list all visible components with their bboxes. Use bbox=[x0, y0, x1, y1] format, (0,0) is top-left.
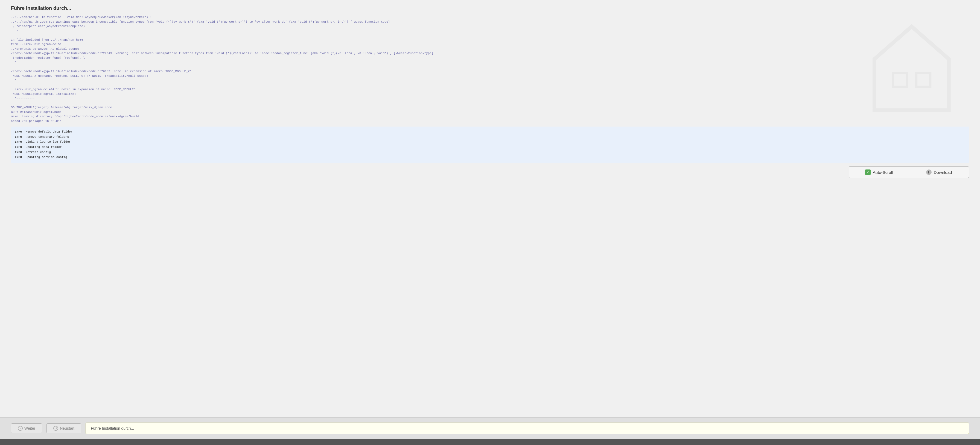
neustart-label: Neustart bbox=[60, 426, 75, 431]
weiter-label: Weiter bbox=[24, 426, 35, 431]
list-item: INFO: Updating service config bbox=[15, 155, 965, 160]
footer-bar bbox=[0, 439, 980, 445]
info-log-section: INFO: Remove default data folderINFO: Re… bbox=[11, 127, 969, 163]
list-item: INFO: Remove temporary folders bbox=[15, 135, 965, 140]
log-output: ../../nan/nan.h: In function 'void Nan::… bbox=[11, 15, 969, 123]
neustart-button[interactable]: ↺ Neustart bbox=[46, 423, 81, 433]
status-box: Führe Installation durch... bbox=[86, 423, 969, 434]
autoscroll-checkbox-icon: ✓ bbox=[865, 170, 870, 175]
autoscroll-label: Auto-Scroll bbox=[873, 170, 893, 175]
autoscroll-button[interactable]: ✓ Auto-Scroll bbox=[849, 167, 909, 178]
page-title: Führe Installation durch... bbox=[11, 5, 969, 11]
download-button[interactable]: ⬇ Download bbox=[909, 167, 969, 178]
status-text: Führe Installation durch... bbox=[91, 426, 134, 431]
main-content: NAS Führe Installation durch... ../../na… bbox=[0, 0, 980, 417]
neustart-icon: ↺ bbox=[53, 426, 58, 431]
list-item: INFO: Refresh config bbox=[15, 150, 965, 155]
bottom-bar: › Weiter ↺ Neustart Führe Installation d… bbox=[0, 417, 980, 439]
download-icon: ⬇ bbox=[926, 170, 932, 175]
weiter-button[interactable]: › Weiter bbox=[11, 423, 42, 433]
download-label: Download bbox=[934, 170, 952, 175]
weiter-icon: › bbox=[18, 426, 23, 431]
list-item: INFO: Linking log to log folder bbox=[15, 140, 965, 145]
list-item: INFO: Remove default data folder bbox=[15, 129, 965, 135]
action-buttons: ✓ Auto-Scroll ⬇ Download bbox=[11, 167, 969, 178]
list-item: INFO: Updating data folder bbox=[15, 145, 965, 150]
